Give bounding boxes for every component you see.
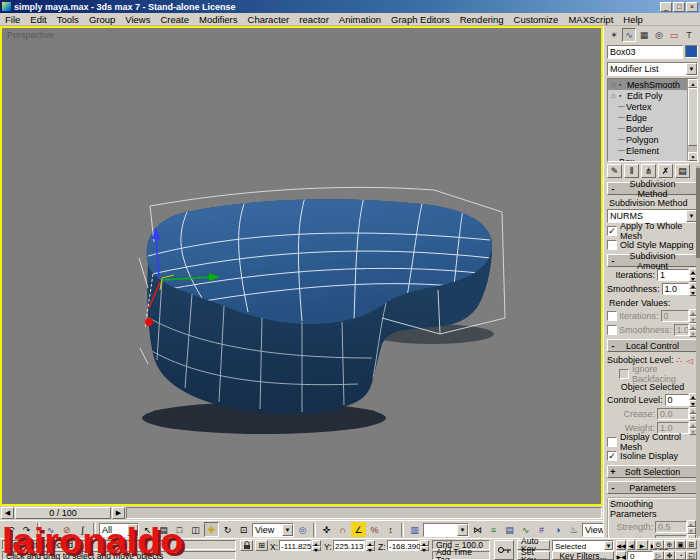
zoom-extents-all-button[interactable]: ⊞ [686, 540, 697, 549]
window-crossing-button[interactable]: ◫ [188, 522, 203, 537]
stack-item-editpoly[interactable]: ☼ ▪ Edit Poly [608, 90, 697, 101]
named-selection-dropdown[interactable]: ▼ [423, 523, 469, 537]
z-spinner[interactable] [420, 540, 429, 551]
curve-editor-button[interactable]: ∿ [518, 522, 533, 537]
menu-character[interactable]: Character [243, 14, 295, 25]
stack-item-meshsmooth[interactable]: ☼ ▪ MeshSmooth [608, 79, 697, 90]
z-coordinate-field[interactable]: -168.390 [387, 540, 419, 551]
show-end-result-button[interactable]: ‖ [624, 164, 639, 178]
object-name-field[interactable]: Box03 [607, 45, 683, 59]
menu-file[interactable]: File [0, 14, 25, 25]
select-object-button[interactable]: ↖ [140, 522, 155, 537]
key-filters-button[interactable]: Key Filters... [552, 551, 614, 560]
angle-snap-button[interactable]: ∠ [351, 522, 366, 537]
select-by-name-button[interactable]: ▤ [156, 522, 171, 537]
old-style-mapping-checkbox[interactable] [607, 240, 617, 250]
mirror-button[interactable]: ⋈ [470, 522, 485, 537]
previous-frame-button[interactable]: ◀ [627, 540, 635, 550]
remove-modifier-button[interactable]: ✗ [658, 164, 673, 178]
menu-maxscript[interactable]: MAXScript [563, 14, 618, 25]
object-color-swatch[interactable] [685, 45, 698, 58]
reference-coordinate-dropdown[interactable]: View ▼ [252, 523, 294, 537]
apply-whole-mesh-checkbox[interactable]: ✓ [607, 226, 617, 236]
key-selection-dropdown[interactable]: Selected ▼ [552, 540, 614, 551]
time-slider-right-button[interactable]: ▶ [112, 507, 125, 519]
redo-button[interactable]: ↷ [19, 522, 34, 537]
zoom-button[interactable]: ⊙ [653, 540, 664, 549]
menu-group[interactable]: Group [84, 14, 120, 25]
zoom-all-button[interactable]: ⊕ [664, 540, 675, 549]
render-type-dropdown[interactable]: View ▼ [582, 523, 603, 537]
make-unique-button[interactable]: ⋔ [641, 164, 656, 178]
x-spinner[interactable] [312, 540, 321, 551]
tab-create[interactable]: ✶ [607, 28, 621, 42]
rollout-header[interactable]: - Subdivision Amount [607, 254, 698, 267]
select-and-link-button[interactable]: ∿ [43, 522, 58, 537]
unlink-button[interactable]: ⊘ [59, 522, 74, 537]
menu-graph-editors[interactable]: Graph Editors [386, 14, 455, 25]
menu-reactor[interactable]: reactor [294, 14, 334, 25]
menu-rendering[interactable]: Rendering [455, 14, 509, 25]
menu-views[interactable]: Views [120, 14, 155, 25]
go-to-start-button[interactable]: ◀◀ [616, 540, 626, 550]
stack-item-border[interactable]: Border [608, 123, 697, 134]
zoom-extents-button[interactable]: ▣ [675, 540, 686, 549]
modifier-stack[interactable]: ☼ ▪ MeshSmooth ☼ ▪ Edit Poly Vertex Edge… [607, 78, 698, 162]
key-mode-button[interactable]: ▶◀ [616, 551, 626, 560]
minimize-button[interactable]: _ [660, 2, 672, 12]
perspective-viewport[interactable]: Perspective [0, 26, 603, 506]
rollout-header[interactable]: - Parameters [607, 481, 698, 494]
selection-filter-dropdown[interactable]: All ▼ [99, 523, 139, 537]
scroll-down-icon[interactable]: ▼ [688, 152, 698, 161]
render-smoothness-checkbox[interactable] [607, 325, 617, 335]
play-button[interactable]: ▶ [636, 540, 648, 550]
select-rotate-button[interactable]: ↻ [220, 522, 235, 537]
y-coordinate-field[interactable]: 225.113 [333, 540, 365, 551]
stack-item-element[interactable]: Element [608, 145, 697, 156]
time-slider-track[interactable] [126, 507, 602, 519]
render-iterations-checkbox[interactable] [607, 311, 617, 321]
y-spinner[interactable] [366, 540, 375, 551]
snap-toggle-3d-button[interactable]: ∩ [335, 522, 350, 537]
scrollbar-thumb[interactable] [696, 168, 700, 258]
display-control-mesh-checkbox[interactable] [607, 437, 617, 447]
add-time-tag[interactable]: Add Time Tag [432, 551, 490, 560]
set-key-button[interactable]: Set Key [517, 551, 550, 560]
tab-motion[interactable]: ◎ [652, 28, 666, 42]
min-max-toggle-button[interactable]: ◱ [686, 551, 697, 560]
menu-modifiers[interactable]: Modifiers [194, 14, 243, 25]
pin-stack-button[interactable]: ✎ [607, 164, 622, 178]
command-panel-scrollbar[interactable] [696, 166, 700, 536]
isoline-display-checkbox[interactable]: ✓ [607, 451, 617, 461]
bind-spacewarp-button[interactable]: ∫ [75, 522, 90, 537]
menu-edit[interactable]: Edit [25, 14, 51, 25]
stack-item-box[interactable]: Box [608, 156, 697, 162]
schematic-view-button[interactable]: # [534, 522, 549, 537]
menu-help[interactable]: Help [618, 14, 648, 25]
arc-rotate-button[interactable]: ◔ [675, 551, 686, 560]
use-pivot-center-button[interactable]: ◎ [295, 522, 310, 537]
select-manipulate-button[interactable]: ✜ [319, 522, 334, 537]
edit-named-selections-button[interactable]: ▥ [407, 522, 422, 537]
tab-hierarchy[interactable]: ▦ [637, 28, 651, 42]
viewport-label[interactable]: Perspective [7, 30, 54, 40]
control-level-field[interactable]: 0 [665, 394, 689, 406]
menu-create[interactable]: Create [155, 14, 194, 25]
stack-item-polygon[interactable]: Polygon [608, 134, 697, 145]
select-scale-button[interactable]: ⊡ [236, 522, 251, 537]
selection-lock-button[interactable] [240, 540, 253, 551]
meshsmooth-object[interactable] [147, 197, 492, 414]
stack-item-vertex[interactable]: Vertex [608, 101, 697, 112]
menu-customize[interactable]: Customize [509, 14, 564, 25]
smoothness-field[interactable]: 1.0 [662, 283, 689, 295]
menu-animation[interactable]: Animation [334, 14, 386, 25]
rollout-header[interactable]: - Local Control [607, 339, 698, 352]
rect-selection-region-button[interactable]: □ [172, 522, 187, 537]
stack-scrollbar[interactable]: ▲ ▼ [687, 79, 697, 161]
spinner-snap-button[interactable]: ↕ [383, 522, 398, 537]
tab-utilities[interactable]: T [682, 28, 696, 42]
bulb-icon[interactable]: ☼ [610, 80, 619, 89]
pan-button[interactable]: ✥ [664, 551, 675, 560]
undo-button[interactable]: ↶ [3, 522, 18, 537]
stack-item-edge[interactable]: Edge [608, 112, 697, 123]
